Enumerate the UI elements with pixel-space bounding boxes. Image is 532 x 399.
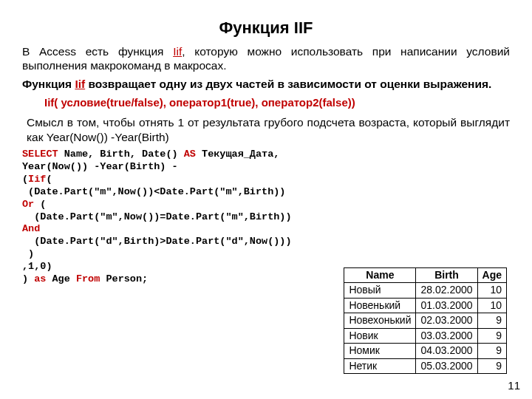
title: Функция IIF (22, 18, 510, 38)
keyword-and: And (22, 223, 40, 234)
cell-name: Новый (344, 283, 416, 299)
code-text: Name, Birth, Date() (58, 149, 184, 160)
keyword-iif: Iif (28, 174, 46, 185)
cell-name: Новик (344, 328, 416, 344)
text: Функция (22, 78, 75, 90)
cell-name: Нетик (344, 358, 416, 374)
text: возвращает одну из двух частей в зависим… (85, 78, 491, 90)
keyword-from: From (76, 273, 100, 284)
code-text: (Date.Part("m",Now())<Date.Part("m",Birt… (22, 186, 285, 197)
code-text: ,1,0) (22, 261, 52, 272)
cell-age: 9 (477, 344, 506, 359)
code-text: Person; (100, 273, 148, 284)
cell-name: Номик (344, 344, 416, 359)
col-age: Age (477, 267, 506, 283)
code-text: Age (46, 273, 76, 284)
col-birth: Birth (416, 267, 477, 283)
cell-age: 10 (477, 283, 506, 299)
cell-age: 10 (477, 298, 506, 313)
cell-birth: 04.03.2000 (416, 344, 477, 359)
keyword-or: Or (22, 199, 34, 210)
table-row: Новый28.02.200010 (344, 283, 507, 299)
paragraph-3: Смысл в том, чтобы отнять 1 от результат… (27, 115, 510, 144)
cell-age: 9 (477, 313, 506, 329)
code-text: Year(Now()) -Year(Birth) - (22, 161, 178, 172)
cell-birth: 03.03.2000 (416, 328, 477, 344)
paragraph-1: В Access есть функция Iif, которую можно… (22, 44, 510, 73)
result-table: Name Birth Age Новый28.02.200010Новеньки… (344, 267, 507, 375)
keyword-as: as (34, 273, 46, 284)
table-row: Новик03.03.20009 (344, 328, 507, 344)
cell-birth: 28.02.2000 (416, 283, 477, 299)
code-text: (Date.Part("m",Now())=Date.Part("m",Birt… (22, 211, 292, 222)
table-header-row: Name Birth Age (344, 267, 507, 283)
keyword-select: SELECT (22, 149, 58, 160)
col-name: Name (344, 267, 416, 283)
code-text: Текущая_Дата, (196, 149, 279, 160)
cell-age: 9 (477, 328, 506, 344)
code-text: ) (22, 273, 34, 284)
page-number: 11 (508, 379, 520, 393)
code-text: ( (34, 199, 46, 210)
cell-birth: 02.03.2000 (416, 313, 477, 329)
syntax-line: Iif( условие(true/false), оператор1(true… (44, 96, 510, 110)
code-text: ) (22, 248, 34, 259)
cell-name: Новенький (344, 298, 416, 313)
table-row: Номик04.03.20009 (344, 344, 507, 359)
cell-name: Новехонький (344, 313, 416, 329)
keyword-as: AS (184, 149, 196, 160)
table-row: Нетик05.03.20009 (344, 358, 507, 374)
code-text: ( (22, 174, 28, 185)
function-name: Iif (173, 45, 182, 58)
cell-birth: 01.03.2000 (416, 298, 477, 313)
table-row: Новенький01.03.200010 (344, 298, 507, 313)
code-text: (Date.Part("d",Birth)>Date.Part("d",Now(… (22, 236, 292, 247)
cell-birth: 05.03.2000 (416, 358, 477, 374)
text: В Access есть функция (22, 45, 173, 58)
code-block: SELECT Name, Birth, Date() AS Текущая_Да… (22, 149, 510, 286)
table-row: Новехонький02.03.20009 (344, 313, 507, 329)
code-text: ( (46, 174, 52, 185)
paragraph-2: Функция Iif возвращает одну из двух част… (22, 77, 510, 91)
cell-age: 9 (477, 358, 506, 374)
function-name: Iif (75, 78, 85, 90)
